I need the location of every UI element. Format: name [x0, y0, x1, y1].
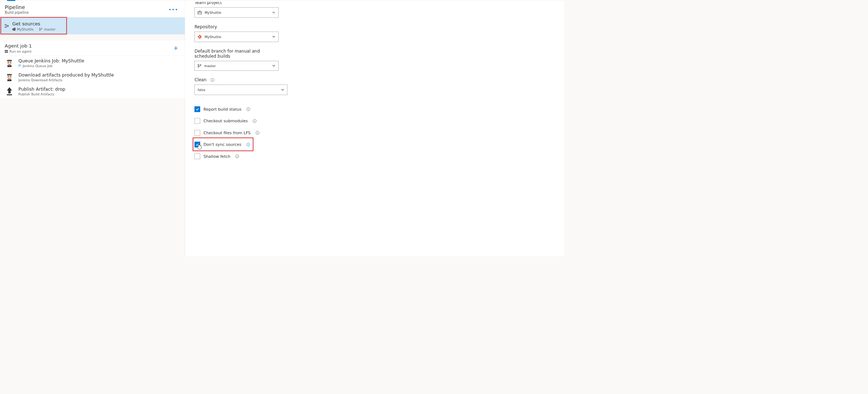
- task-title: Publish Artifact: drop: [18, 87, 65, 92]
- info-icon[interactable]: [246, 107, 251, 111]
- svg-point-42: [248, 144, 248, 144]
- repository-value: MyShuttle: [205, 35, 221, 38]
- shallow-fetch-label: Shallow fetch: [203, 154, 230, 159]
- pipeline-step-get-sources[interactable]: Get sources MyShuttle master: [0, 17, 185, 34]
- task-title: Download artifacts produced by MyShuttle: [18, 73, 114, 78]
- cursor-pointer-icon: [197, 144, 202, 151]
- svg-point-33: [248, 108, 248, 108]
- svg-point-25: [198, 64, 199, 65]
- svg-point-27: [200, 65, 201, 66]
- get-sources-project: MyShuttle: [12, 27, 34, 31]
- task-download-artifacts[interactable]: Download artifacts produced by MyShuttle…: [0, 70, 185, 84]
- svg-point-26: [198, 66, 199, 67]
- svg-point-10: [8, 62, 9, 62]
- svg-point-15: [8, 76, 9, 77]
- checkout-lfs-label: Checkout files from LFS: [203, 130, 251, 135]
- task-subtype: Jenkins Download Artifacts: [18, 78, 114, 82]
- svg-rect-9: [7, 60, 12, 61]
- azure-devops-icon: [12, 28, 16, 31]
- info-icon[interactable]: [255, 131, 260, 135]
- svg-point-4: [40, 30, 41, 31]
- report-build-status-checkbox[interactable]: [194, 106, 200, 112]
- task-title: Queue Jenkins Job: MyShuttle: [18, 58, 85, 63]
- jenkins-icon: [5, 58, 14, 68]
- svg-point-39: [257, 132, 258, 132]
- svg-point-5: [41, 28, 42, 29]
- info-icon[interactable]: [246, 143, 250, 147]
- pipeline-title: Pipeline: [5, 4, 29, 10]
- chevron-down-icon: [272, 11, 275, 14]
- pipeline-subtitle: Build pipeline: [5, 11, 29, 15]
- task-queue-jenkins[interactable]: Queue Jenkins Job: MyShuttle Jenkins Que…: [0, 56, 185, 70]
- agent-job-title: Agent job 1: [5, 43, 32, 49]
- pipeline-agent-job[interactable]: Agent job 1 Run on agent +: [0, 41, 185, 56]
- server-icon: [5, 50, 8, 53]
- get-sources-branch: master: [39, 27, 55, 31]
- add-task-button[interactable]: +: [172, 45, 180, 51]
- agent-job-subtitle: Run on agent: [5, 50, 32, 53]
- task-subtype: Jenkins Queue Job: [18, 64, 85, 67]
- branch-icon: [198, 64, 201, 67]
- dont-sync-label: Don't sync sources: [203, 142, 241, 147]
- get-sources-title: Get sources: [12, 21, 56, 26]
- report-build-status-row: Report build status: [194, 106, 290, 112]
- svg-point-3: [40, 28, 41, 29]
- svg-point-16: [10, 76, 11, 77]
- team-project-value: MyShuttle: [205, 11, 221, 14]
- pipeline-header: Pipeline Build pipeline •••: [0, 1, 185, 18]
- svg-rect-18: [7, 94, 12, 95]
- clean-label: Clean: [194, 77, 290, 82]
- team-project-select[interactable]: MyShuttle: [194, 7, 278, 18]
- branch-icon: [39, 28, 42, 31]
- dont-sync-row: Don't sync sources: [194, 142, 290, 148]
- svg-point-11: [10, 62, 11, 62]
- checkout-lfs-checkbox[interactable]: [194, 130, 200, 136]
- briefcase-icon: [198, 11, 202, 14]
- chevron-down-icon: [272, 64, 275, 67]
- default-branch-select[interactable]: master: [194, 61, 278, 71]
- svg-point-30: [212, 79, 213, 79]
- default-branch-value: master: [204, 64, 216, 67]
- pipeline-panel: Pipeline Build pipeline ••• Get sources: [0, 1, 185, 256]
- repository-select[interactable]: MyShuttle: [194, 32, 278, 42]
- flag-icon: [18, 64, 21, 67]
- clean-value: false: [198, 88, 206, 91]
- checkout-submodules-label: Checkout submodules: [203, 119, 248, 123]
- properties-panel: Team project MyShuttle Repository MyShut…: [185, 1, 564, 256]
- shallow-fetch-row: Shallow fetch: [194, 153, 290, 159]
- repository-label: Repository: [194, 24, 290, 29]
- svg-rect-7: [5, 52, 8, 53]
- git-icon: [198, 35, 202, 39]
- upload-icon: [5, 87, 14, 96]
- default-branch-label: Default branch for manual and scheduled …: [194, 49, 278, 58]
- svg-point-45: [237, 155, 238, 156]
- checkout-submodules-checkbox[interactable]: [194, 118, 200, 124]
- task-subtype: Publish Build Artifacts: [18, 92, 65, 96]
- info-icon[interactable]: [210, 78, 215, 82]
- svg-rect-14: [7, 74, 12, 75]
- checkout-lfs-row: Checkout files from LFS: [194, 130, 290, 136]
- info-icon[interactable]: [235, 154, 239, 159]
- team-project-label: Team project: [194, 1, 290, 5]
- checkout-submodules-row: Checkout submodules: [194, 118, 290, 124]
- svg-rect-6: [5, 50, 8, 51]
- report-build-status-label: Report build status: [203, 107, 242, 111]
- pipeline-more-menu[interactable]: •••: [166, 6, 180, 13]
- chevron-down-icon: [281, 88, 284, 91]
- jenkins-icon: [5, 73, 14, 82]
- shallow-fetch-checkbox[interactable]: [194, 153, 200, 159]
- chevron-down-icon: [272, 35, 275, 38]
- clean-select[interactable]: false: [194, 85, 287, 95]
- info-icon[interactable]: [252, 119, 257, 123]
- svg-point-36: [254, 120, 255, 120]
- task-publish-artifact[interactable]: Publish Artifact: drop Publish Build Art…: [0, 84, 185, 98]
- get-sources-icon: [4, 24, 10, 28]
